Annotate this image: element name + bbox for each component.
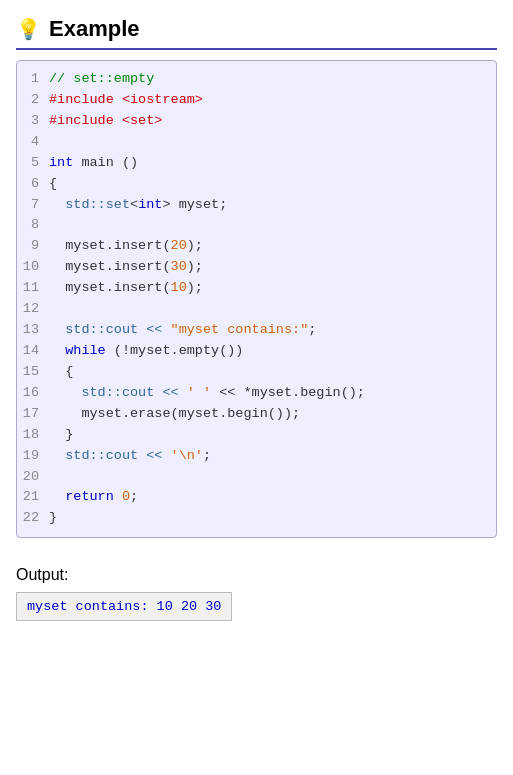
line-number: 18 — [21, 425, 49, 446]
line-number: 1 — [21, 69, 49, 90]
output-section: Output: myset contains: 10 20 30 — [16, 566, 497, 621]
code-line: 8 — [21, 215, 492, 236]
code-line: 16 std::cout << ' ' << *myset.begin(); — [21, 383, 492, 404]
line-number: 16 — [21, 383, 49, 404]
code-line: 20 — [21, 467, 492, 488]
line-number: 13 — [21, 320, 49, 341]
line-number: 19 — [21, 446, 49, 467]
code-line: 17 myset.erase(myset.begin()); — [21, 404, 492, 425]
code-line: 4 — [21, 132, 492, 153]
line-number: 7 — [21, 195, 49, 216]
code-line: 3#include <set> — [21, 111, 492, 132]
bulb-icon: 💡 — [16, 17, 41, 41]
line-number: 22 — [21, 508, 49, 529]
code-content: { — [49, 174, 57, 195]
output-label: Output: — [16, 566, 497, 584]
line-number: 5 — [21, 153, 49, 174]
code-content — [49, 132, 57, 153]
code-content — [49, 299, 57, 320]
code-line: 5int main () — [21, 153, 492, 174]
line-number: 12 — [21, 299, 49, 320]
code-line: 6{ — [21, 174, 492, 195]
line-number: 14 — [21, 341, 49, 362]
line-number: 20 — [21, 467, 49, 488]
code-line: 21 return 0; — [21, 487, 492, 508]
code-line: 10 myset.insert(30); — [21, 257, 492, 278]
code-line: 18 } — [21, 425, 492, 446]
code-content — [49, 467, 57, 488]
code-content: std::cout << ' ' << *myset.begin(); — [49, 383, 365, 404]
code-content: int main () — [49, 153, 138, 174]
code-content: } — [49, 508, 57, 529]
line-number: 17 — [21, 404, 49, 425]
code-line: 7 std::set<int> myset; — [21, 195, 492, 216]
output-value: myset contains: 10 20 30 — [27, 599, 221, 614]
line-number: 4 — [21, 132, 49, 153]
line-number: 21 — [21, 487, 49, 508]
code-line: 14 while (!myset.empty()) — [21, 341, 492, 362]
code-content: std::cout << "myset contains:"; — [49, 320, 316, 341]
code-line: 11 myset.insert(10); — [21, 278, 492, 299]
line-number: 11 — [21, 278, 49, 299]
code-line: 15 { — [21, 362, 492, 383]
code-content: // set::empty — [49, 69, 154, 90]
line-number: 6 — [21, 174, 49, 195]
code-line: 9 myset.insert(20); — [21, 236, 492, 257]
line-number: 3 — [21, 111, 49, 132]
code-content: std::cout << '\n'; — [49, 446, 211, 467]
code-content: while (!myset.empty()) — [49, 341, 243, 362]
page-title: Example — [49, 16, 140, 42]
code-line: 12 — [21, 299, 492, 320]
code-line: 13 std::cout << "myset contains:"; — [21, 320, 492, 341]
line-number: 2 — [21, 90, 49, 111]
code-content: return 0; — [49, 487, 138, 508]
line-number: 15 — [21, 362, 49, 383]
header: 💡 Example — [16, 16, 497, 50]
code-content: #include <iostream> — [49, 90, 203, 111]
output-box: myset contains: 10 20 30 — [16, 592, 232, 621]
code-content: #include <set> — [49, 111, 162, 132]
line-number: 8 — [21, 215, 49, 236]
code-content: { — [49, 362, 73, 383]
code-line: 1// set::empty — [21, 69, 492, 90]
code-content: myset.insert(20); — [49, 236, 203, 257]
code-line: 22} — [21, 508, 492, 529]
code-content: std::set<int> myset; — [49, 195, 227, 216]
code-line: 2#include <iostream> — [21, 90, 492, 111]
code-content: } — [49, 425, 73, 446]
line-number: 10 — [21, 257, 49, 278]
code-content — [49, 215, 57, 236]
code-line: 19 std::cout << '\n'; — [21, 446, 492, 467]
line-number: 9 — [21, 236, 49, 257]
code-content: myset.erase(myset.begin()); — [49, 404, 300, 425]
code-content: myset.insert(10); — [49, 278, 203, 299]
code-block: 1// set::empty2#include <iostream>3#incl… — [16, 60, 497, 538]
code-content: myset.insert(30); — [49, 257, 203, 278]
